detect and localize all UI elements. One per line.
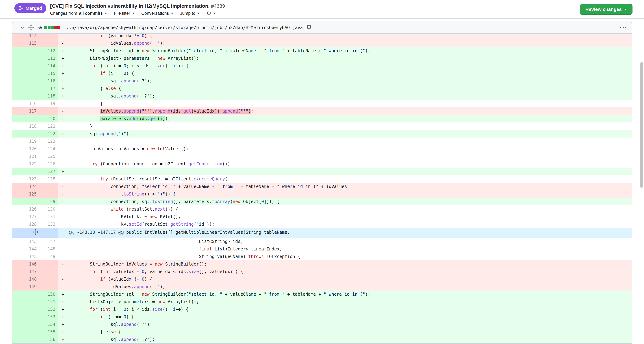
old-line-number[interactable]: 127 <box>12 213 40 220</box>
expand-hunk-icon[interactable] <box>12 228 58 238</box>
old-line-number[interactable] <box>12 198 40 205</box>
old-line-number[interactable]: 122 <box>12 160 40 168</box>
new-line-number[interactable]: 119 <box>40 100 58 107</box>
new-line-number[interactable]: 131 <box>40 213 58 220</box>
old-line-number[interactable]: 116 <box>12 100 40 107</box>
diff-sign <box>62 228 69 237</box>
old-line-number[interactable] <box>12 92 40 100</box>
old-line-number[interactable]: 145 <box>12 253 40 260</box>
old-line-number[interactable] <box>12 77 40 85</box>
old-line-number[interactable]: 121 <box>12 153 40 160</box>
old-line-number[interactable] <box>12 298 40 306</box>
new-line-number[interactable] <box>40 183 58 190</box>
new-line-number[interactable] <box>40 190 58 198</box>
old-line-number[interactable] <box>12 115 40 122</box>
old-line-number[interactable]: 143 <box>12 238 40 245</box>
old-line-number[interactable]: 117 <box>12 107 40 115</box>
new-line-number[interactable]: 156 <box>40 336 58 343</box>
new-line-number[interactable]: 123 <box>40 138 58 145</box>
new-line-number[interactable]: 112 <box>40 47 58 55</box>
file-filter-dropdown[interactable]: File filter <box>114 11 135 16</box>
vertical-scrollbar[interactable] <box>640 62 643 188</box>
new-line-number[interactable] <box>40 275 58 283</box>
new-line-number[interactable] <box>40 107 58 115</box>
old-line-number[interactable]: 123 <box>12 175 40 183</box>
new-line-number[interactable]: 147 <box>40 238 58 245</box>
new-line-number[interactable]: 115 <box>40 70 58 77</box>
copy-path-button[interactable] <box>306 25 311 30</box>
old-line-number[interactable]: 126 <box>12 205 40 213</box>
file-options-button[interactable] <box>619 25 628 30</box>
old-line-number[interactable] <box>12 306 40 313</box>
new-line-number[interactable]: 150 <box>40 291 58 298</box>
jump-to-dropdown[interactable]: Jump to <box>180 11 200 16</box>
old-line-number[interactable]: 146 <box>12 260 40 268</box>
code-line: + StringBuilder sql = new StringBuilder(… <box>58 47 632 55</box>
diff-row: 143147 List<String> ids, <box>12 238 632 245</box>
changes-from-dropdown[interactable]: Changes from all commits <box>50 11 107 16</box>
old-line-number[interactable] <box>12 85 40 92</box>
old-line-number[interactable]: 147 <box>12 268 40 275</box>
new-line-number[interactable] <box>40 39 58 47</box>
old-line-number[interactable] <box>12 130 40 138</box>
new-line-number[interactable]: 122 <box>40 130 58 138</box>
new-line-number[interactable]: 114 <box>40 62 58 70</box>
new-line-number[interactable]: 129 <box>40 198 58 205</box>
old-line-number[interactable]: 149 <box>12 283 40 291</box>
old-line-number[interactable] <box>12 313 40 321</box>
old-line-number[interactable] <box>12 328 40 336</box>
file-path[interactable]: ...n/java/org/apache/skywalking/oap/serv… <box>64 25 303 30</box>
new-line-number[interactable]: 154 <box>40 321 58 328</box>
diff-sign: + <box>62 130 69 138</box>
old-line-number[interactable]: 148 <box>12 275 40 283</box>
new-line-number[interactable]: 128 <box>40 175 58 183</box>
diff-row: 119123 <box>12 138 632 145</box>
new-line-number[interactable]: 148 <box>40 245 58 253</box>
new-line-number[interactable]: 113 <box>40 55 58 62</box>
old-line-number[interactable] <box>12 168 40 175</box>
review-changes-button[interactable]: Review changes <box>580 4 632 15</box>
new-line-number[interactable]: 120 <box>40 115 58 122</box>
new-line-number[interactable]: 125 <box>40 153 58 160</box>
new-line-number[interactable] <box>40 283 58 291</box>
old-line-number[interactable]: 124 <box>12 183 40 190</box>
fold-file-button[interactable] <box>19 24 26 31</box>
old-line-number[interactable]: 120 <box>12 145 40 153</box>
code-line: - StringBuilder idValues = new StringBui… <box>58 260 632 268</box>
new-line-number[interactable]: 153 <box>40 313 58 321</box>
old-line-number[interactable] <box>12 62 40 70</box>
old-line-number[interactable]: 125 <box>12 190 40 198</box>
new-line-number[interactable]: 121 <box>40 122 58 130</box>
old-line-number[interactable]: 144 <box>12 245 40 253</box>
old-line-number[interactable] <box>12 55 40 62</box>
old-line-number[interactable]: 118 <box>12 122 40 130</box>
old-line-number[interactable]: 115 <box>12 39 40 47</box>
old-line-number[interactable] <box>12 47 40 55</box>
new-line-number[interactable]: 132 <box>40 220 58 228</box>
new-line-number[interactable]: 130 <box>40 205 58 213</box>
new-line-number[interactable]: 127 <box>40 168 58 175</box>
new-line-number[interactable]: 116 <box>40 77 58 85</box>
drag-handle-icon[interactable] <box>28 25 34 30</box>
old-line-number[interactable] <box>12 336 40 343</box>
old-line-number[interactable] <box>12 70 40 77</box>
new-line-number[interactable]: 155 <box>40 328 58 336</box>
new-line-number[interactable] <box>40 268 58 275</box>
new-line-number[interactable]: 117 <box>40 85 58 92</box>
old-line-number[interactable]: 119 <box>12 138 40 145</box>
new-line-number[interactable]: 126 <box>40 160 58 168</box>
old-line-number[interactable]: 114 <box>12 34 40 39</box>
new-line-number[interactable]: 151 <box>40 298 58 306</box>
conversations-dropdown[interactable]: Conversations <box>141 11 174 16</box>
new-line-number[interactable]: 149 <box>40 253 58 260</box>
diff-settings-dropdown[interactable]: ⚙ <box>206 11 216 15</box>
old-line-number[interactable] <box>12 321 40 328</box>
new-line-number[interactable]: 152 <box>40 306 58 313</box>
new-line-number[interactable]: 124 <box>40 145 58 153</box>
old-line-number[interactable] <box>12 291 40 298</box>
new-line-number[interactable] <box>40 34 58 39</box>
diff-row: 115+ if (i == 0) { <box>12 70 632 77</box>
new-line-number[interactable]: 118 <box>40 92 58 100</box>
old-line-number[interactable]: 128 <box>12 220 40 228</box>
new-line-number[interactable] <box>40 260 58 268</box>
